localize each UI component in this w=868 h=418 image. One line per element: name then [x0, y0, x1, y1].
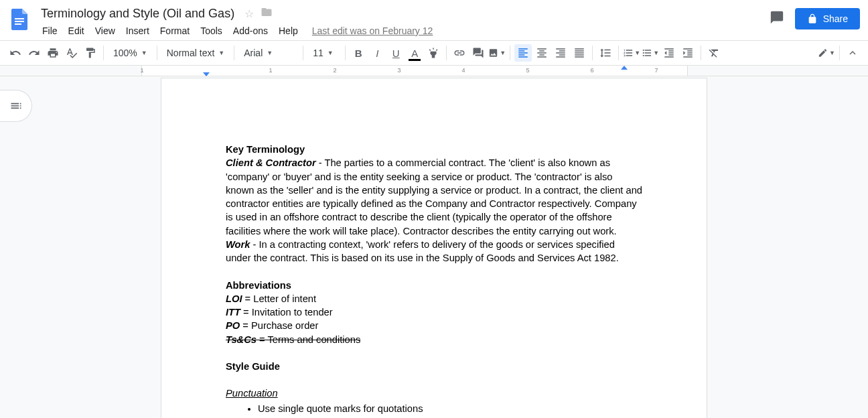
align-right-icon[interactable]: [552, 44, 569, 62]
clear-format-icon[interactable]: [705, 44, 723, 62]
ruler[interactable]: 1 1 2 3 4 5 6 7: [0, 66, 868, 76]
svg-rect-1: [15, 21, 24, 22]
ruler-right-marker[interactable]: [621, 66, 628, 70]
paint-format-icon[interactable]: [82, 44, 99, 62]
google-docs-app: Terminology and Style (Oil and Gas) ☆ Fi…: [0, 0, 868, 418]
font-size-select[interactable]: 11▼: [307, 44, 341, 62]
menu-tools[interactable]: Tools: [196, 23, 227, 39]
comments-icon[interactable]: [770, 10, 784, 27]
print-icon[interactable]: [44, 44, 62, 62]
folder-icon[interactable]: [261, 6, 273, 21]
menu-help[interactable]: Help: [274, 23, 303, 39]
abbr-po[interactable]: PO = Purchase order: [226, 319, 642, 332]
link-icon[interactable]: [451, 44, 468, 62]
share-button[interactable]: Share: [795, 8, 860, 29]
line-spacing-icon[interactable]: [597, 44, 614, 62]
style-select[interactable]: Normal text▼: [161, 44, 230, 62]
align-left-icon[interactable]: [514, 44, 532, 62]
abbr-tscs[interactable]: Ts&Cs = Terms and conditions: [226, 333, 642, 346]
align-justify-icon[interactable]: [571, 44, 588, 62]
underline-icon[interactable]: U: [387, 44, 405, 62]
spellcheck-icon[interactable]: [63, 44, 80, 62]
text-color-icon[interactable]: A: [406, 44, 423, 62]
menu-addons[interactable]: Add-ons: [228, 23, 273, 39]
share-label: Share: [823, 13, 848, 24]
star-icon[interactable]: ☆: [244, 7, 254, 20]
collapse-toolbar-icon[interactable]: [844, 44, 861, 62]
bold-icon[interactable]: B: [350, 44, 367, 62]
share-lock-icon: [807, 13, 818, 24]
subheading-punctuation[interactable]: Punctuation: [226, 387, 642, 400]
decrease-indent-icon[interactable]: [660, 44, 678, 62]
italic-icon[interactable]: I: [368, 44, 386, 62]
last-edit-link[interactable]: Last edit was on February 12: [312, 25, 433, 36]
page[interactable]: Key Terminology Client & Contractor - Th…: [161, 78, 707, 418]
bulleted-list-icon[interactable]: ▼: [642, 44, 659, 62]
header: Terminology and Style (Oil and Gas) ☆ Fi…: [0, 0, 868, 40]
heading-abbreviations[interactable]: Abbreviations: [226, 279, 642, 292]
zoom-select[interactable]: 100%▼: [108, 44, 153, 62]
menu-edit[interactable]: Edit: [64, 23, 89, 39]
paragraph-client-contractor[interactable]: Client & Contractor - The parties to a c…: [226, 156, 642, 238]
heading-key-terminology[interactable]: Key Terminology: [226, 143, 642, 156]
abbr-itt[interactable]: ITT = Invitation to tender: [226, 305, 642, 319]
menu-format[interactable]: Format: [155, 23, 194, 39]
punctuation-list[interactable]: Use single quote marks for quotations: [258, 402, 642, 415]
highlight-icon[interactable]: [425, 44, 442, 62]
image-icon[interactable]: ▼: [488, 44, 506, 62]
menu-bar: File Edit View Insert Format Tools Add-o…: [38, 23, 770, 39]
abbr-loi[interactable]: LOI = Letter of intent: [226, 292, 642, 305]
align-center-icon[interactable]: [533, 44, 551, 62]
header-right: Share: [770, 8, 860, 29]
menu-file[interactable]: File: [38, 23, 62, 39]
list-item[interactable]: Use single quote marks for quotations: [258, 402, 642, 415]
document-title[interactable]: Terminology and Style (Oil and Gas): [38, 5, 238, 22]
menu-view[interactable]: View: [90, 23, 120, 39]
heading-style-guide[interactable]: Style Guide: [226, 360, 642, 373]
undo-icon[interactable]: [7, 44, 24, 62]
font-select[interactable]: Arial▼: [238, 44, 299, 62]
canvas[interactable]: Key Terminology Client & Contractor - Th…: [0, 76, 868, 418]
numbered-list-icon[interactable]: ▼: [623, 44, 640, 62]
docs-logo-icon[interactable]: [8, 7, 32, 31]
document-body[interactable]: Key Terminology Client & Contractor - Th…: [226, 143, 642, 415]
svg-rect-2: [15, 23, 21, 25]
redo-icon[interactable]: [25, 44, 43, 62]
svg-rect-0: [15, 18, 24, 19]
comment-icon[interactable]: [469, 44, 487, 62]
paragraph-work[interactable]: Work - In a contracting context, 'work' …: [226, 238, 642, 265]
outline-toggle-icon[interactable]: [0, 90, 32, 122]
toolbar: 100%▼ Normal text▼ Arial▼ 11▼ B I U A ▼: [0, 40, 868, 66]
menu-insert[interactable]: Insert: [121, 23, 154, 39]
title-area: Terminology and Style (Oil and Gas) ☆ Fi…: [38, 5, 770, 39]
edit-mode-icon[interactable]: ▼: [818, 44, 835, 62]
increase-indent-icon[interactable]: [679, 44, 697, 62]
